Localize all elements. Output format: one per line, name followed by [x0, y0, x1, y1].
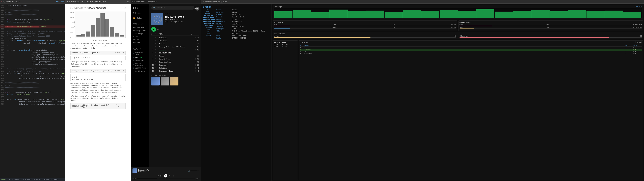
more-by-label: More by Frameworks [151, 74, 199, 76]
playlist-item-feb[interactable]: 🎵 Feb/Winter 2019 [133, 51, 147, 56]
album-thumb-3[interactable] [170, 77, 178, 86]
library-item-liked-songs[interactable]: Liked Songs [133, 32, 147, 35]
archey-user-key: User: [216, 9, 232, 11]
repeat-button[interactable]: ⟳ [173, 175, 174, 177]
code-line: 473#################################### [0, 86, 65, 89]
archey-uptime-key: Uptime: [216, 18, 232, 20]
track-heart-12[interactable]: ♡ [155, 70, 159, 72]
cpu-bar [586, 11, 604, 18]
network-rx-row: Total RX: 32.1 GB [274, 44, 297, 46]
editor-code-area[interactable]: 438 tuneGrid = tune_grid} 439 440#######… [0, 4, 65, 178]
track-row-7[interactable]: 7 ♡ Fires 4:39 [151, 54, 199, 58]
album-art [151, 13, 163, 25]
track-heart-6[interactable]: ♡ [155, 52, 159, 54]
sidebar-item-radio[interactable]: 📻 Radio [131, 16, 149, 20]
code-line: 466 # parallelize the preprocessing step… [0, 70, 65, 72]
track-heart-8[interactable]: ♡ [155, 58, 159, 60]
code-line: 442#################################### [0, 14, 65, 16]
library-section: YOUR LIBRARY Made For You Recently Playe… [131, 23, 149, 44]
library-item-artists[interactable]: Artists [133, 38, 147, 41]
track-col-duration: ⏱ [191, 33, 199, 35]
track-row-6[interactable]: 6 ♡ DOWNTEMPO DUB — [151, 52, 199, 54]
pdf-chart [75, 12, 126, 38]
library-item-recently-played[interactable]: Recently Played [133, 29, 147, 32]
track-heart-10[interactable]: ♡ [155, 64, 159, 66]
track-row-9[interactable]: 9 ♡ Breaking Down 4:01 [151, 60, 199, 64]
library-item-podcasts[interactable]: Podcasts [133, 41, 147, 44]
album-thumb-2[interactable] [161, 77, 169, 86]
pdf-content-area[interactable]: 3.5 SAMPLING TO SIMULATE PREDICTION 63 2… [66, 4, 131, 181]
proc-col-num: # [300, 44, 304, 46]
code-line: 475} else if (snakemake@wildcards$model … [0, 91, 65, 94]
track-heart-3[interactable]: ♡ [155, 43, 159, 45]
track-heart-1[interactable]: ♡ [155, 37, 159, 39]
track-col-heart: ♡ [155, 33, 159, 35]
library-item-albums[interactable]: Albums [133, 35, 147, 38]
track-heart-7[interactable]: ♡ [155, 55, 159, 57]
track-row-12[interactable]: 12 ♡ Everything Here 1:43 [151, 70, 199, 72]
archey-disk-val: 844360 / 1114GB [232, 37, 246, 39]
prev-button[interactable]: ⏮ [160, 175, 162, 177]
playlist-icon-dragon: 🎵 [133, 64, 135, 65]
code-line: 458 nrounds = params$nrounds, [0, 51, 65, 54]
track-row-3[interactable]: 3 ♡ Monday 4:48 [151, 42, 199, 46]
proc-total: 5 of 448 [635, 42, 642, 44]
player-play-button[interactable]: ⏸ [164, 174, 167, 178]
track-row-5[interactable]: 5 ♡ Imagine Gold 6:03 [151, 48, 199, 52]
sidebar-item-home[interactable]: ⌂ Home [131, 5, 149, 10]
cpu-bar [330, 10, 348, 18]
terminal-titlebar: ♦ Frameworks: Delphina [201, 0, 644, 4]
track-num-2: 2 [151, 40, 155, 42]
album-info: ALBUM Imagine Gold By Frameworks 2019 · … [165, 13, 199, 25]
track-row-2[interactable]: 2 ♡ The Dark 3:58 [151, 40, 199, 42]
playlist-label-clooze: CLOOZE VIBES [135, 67, 146, 69]
playlist-item-shams[interactable]: 🎵 Shams 2020 [133, 59, 147, 62]
pdf-panel: 3.5 SAMPLING TO SIMULATE PREDICTION 63 3… [66, 0, 131, 181]
library-item-made-for-you[interactable]: Made For You [133, 26, 147, 29]
track-heart-4[interactable]: ♡ [155, 46, 159, 48]
archey-title: archey [203, 5, 270, 8]
track-heart-9[interactable]: ♡ [155, 61, 159, 63]
track-num-10: 10 [151, 64, 155, 66]
search-input[interactable] [157, 7, 192, 8]
track-row-8[interactable]: 8 ♡ Sand & Stone 5:07 [151, 58, 199, 60]
archey-distro-val: Arch Linux [232, 14, 241, 16]
progress-bar[interactable] [137, 179, 195, 179]
archey-pkg-val: 1217 [232, 28, 236, 30]
volume-bar[interactable] [191, 170, 200, 171]
music-main-content[interactable]: 🔍 khughtt [149, 4, 201, 167]
pdf-code-block-2[interactable]: dummy_w <- rbinom( 1e5 , size=2 , prob=0… [70, 69, 126, 73]
track-heart-2[interactable]: ♡ [155, 40, 159, 42]
track-row-11[interactable]: 11 ♡ Rotations 5:45 [151, 66, 199, 70]
track-row-1[interactable]: 1 ♡ Delphina 5:14 [151, 36, 199, 40]
code-line-error: 447 message('[INFO] XGboost model...', '… [0, 26, 65, 28]
playlist-item-dragon[interactable]: 🎵 Dragon's Ascension [133, 62, 147, 67]
track-heart-11[interactable]: ♡ [155, 67, 159, 69]
pdf-text-3: Only two tosses of the globe isn't much … [70, 95, 126, 102]
playlist-item-chill[interactable]: 🎵 CHILL [133, 56, 147, 59]
code-1-text: rbinom( 10 , size=2 , prob=0.7 ) [72, 52, 101, 54]
track-heart-5[interactable]: ♡ [155, 49, 159, 51]
track-row-10[interactable]: 10 ♡ Expansion 5:21 [151, 64, 199, 66]
track-row-4[interactable]: 4 ♡ Coming Back – Ben P Williams 7:03 [151, 46, 199, 48]
track-num-9: 9 [151, 61, 155, 63]
disk-bar-row-1: DLsk /mnt/ 9% 46.2MB [274, 24, 456, 26]
playlist-item-clooze[interactable]: 🎵 CLOOZE VIBES [133, 67, 147, 70]
sidebar-item-browse[interactable]: ◎ Browse [131, 10, 149, 16]
network-tx: Total TX: 1.6 GB [274, 46, 287, 47]
shuffle-button[interactable]: ⇄ [158, 175, 159, 177]
pdf-code-block-3[interactable]: dummy_w <- rbinom( 1e5, size=9, prob=0.7… [70, 103, 126, 109]
code-line: 456 [0, 46, 65, 49]
pdf-code-block-1[interactable]: rbinom( 10 , size=2 , prob=0.7 ) R code … [70, 51, 126, 55]
play-button[interactable]: ▶ [151, 27, 156, 32]
album-thumb-1[interactable] [151, 77, 160, 86]
new-playlist-button[interactable]: + New Playlist [133, 70, 147, 73]
user-avatar[interactable]: khughtt [196, 7, 199, 10]
archey-bat-key: BAT: [216, 34, 232, 37]
archey-host-row: Hostname: titan [216, 11, 270, 14]
options-button[interactable]: ··· [157, 28, 159, 31]
search-bar[interactable]: 🔍 [151, 6, 194, 10]
track-dur-11: 5:45 [191, 67, 199, 69]
code-line: 444} else if (snakemake@wildcards$model … [0, 18, 65, 21]
next-button[interactable]: ⏭ [169, 175, 171, 177]
